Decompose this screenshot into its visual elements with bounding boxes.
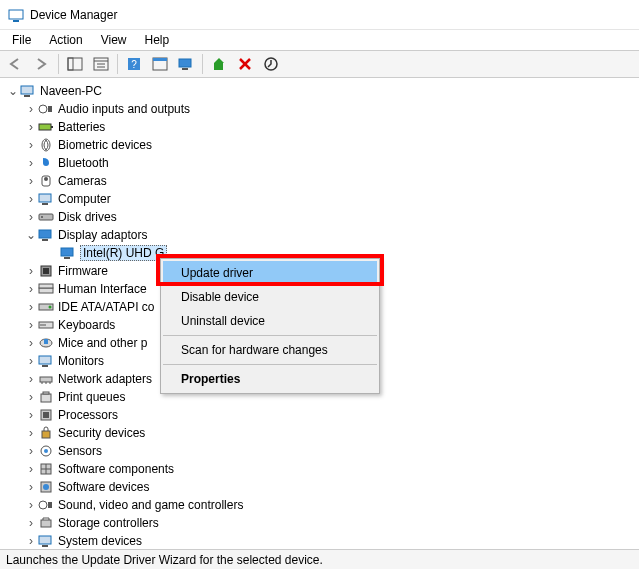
expander-icon[interactable]: › (24, 498, 38, 512)
tree-category[interactable]: ›System devices (4, 532, 639, 549)
tree-category[interactable]: ⌄Display adaptors (4, 226, 639, 244)
ctx-properties[interactable]: Properties (163, 367, 377, 391)
svg-rect-13 (182, 68, 188, 70)
category-label: Storage controllers (58, 516, 159, 530)
expander-icon[interactable]: › (24, 318, 38, 332)
menu-help[interactable]: Help (137, 31, 178, 49)
category-label: Sensors (58, 444, 102, 458)
svg-rect-31 (39, 230, 51, 238)
tree-category[interactable]: ›Cameras (4, 172, 639, 190)
menu-action[interactable]: Action (41, 31, 90, 49)
expander-icon[interactable]: › (24, 138, 38, 152)
tree-category[interactable]: ›Sensors (4, 442, 639, 460)
ctx-uninstall-device[interactable]: Uninstall device (163, 309, 377, 333)
expander-icon[interactable]: › (24, 372, 38, 386)
expander-icon[interactable]: › (24, 192, 38, 206)
svg-rect-47 (39, 356, 51, 364)
tree-root[interactable]: ⌄ Naveen-PC (4, 82, 639, 100)
back-button[interactable] (4, 53, 28, 75)
expander-icon[interactable]: › (24, 354, 38, 368)
expander-icon[interactable]: › (24, 336, 38, 350)
tree-category[interactable]: ›Processors (4, 406, 639, 424)
tree-category[interactable]: ›Software devices (4, 478, 639, 496)
add-legacy-button[interactable] (207, 53, 231, 75)
category-icon (38, 155, 54, 171)
expander-icon[interactable]: › (24, 210, 38, 224)
svg-rect-53 (41, 394, 51, 402)
ctx-disable-device[interactable]: Disable device (163, 285, 377, 309)
tree-category[interactable]: ›Sound, video and game controllers (4, 496, 639, 514)
expander-icon[interactable]: › (24, 102, 38, 116)
update-driver-button[interactable] (259, 53, 283, 75)
expander-icon[interactable]: › (24, 156, 38, 170)
properties-button[interactable] (89, 53, 113, 75)
tree-category[interactable]: ›Batteries (4, 118, 639, 136)
toolbar-separator (202, 54, 203, 74)
expander-icon[interactable]: › (24, 408, 38, 422)
category-icon (38, 263, 54, 279)
svg-rect-23 (51, 126, 53, 128)
tree-category[interactable]: ›Bluetooth (4, 154, 639, 172)
category-label: Processors (58, 408, 118, 422)
ctx-update-driver[interactable]: Update driver (163, 261, 377, 285)
expander-icon[interactable]: › (24, 516, 38, 530)
computer-icon (20, 83, 36, 99)
tree-category[interactable]: ›Storage controllers (4, 514, 639, 532)
expander-icon[interactable]: › (24, 444, 38, 458)
expander-icon[interactable]: › (24, 300, 38, 314)
menu-file[interactable]: File (4, 31, 39, 49)
svg-rect-27 (39, 194, 51, 202)
scan-button[interactable] (174, 53, 198, 75)
toolbar: ? (0, 50, 639, 78)
show-hide-tree-button[interactable] (63, 53, 87, 75)
expander-icon[interactable]: › (24, 282, 38, 296)
menubar: File Action View Help (0, 30, 639, 50)
tree-category[interactable]: ›Biometric devices (4, 136, 639, 154)
ctx-separator (163, 364, 377, 365)
expander-icon[interactable]: › (24, 264, 38, 278)
action-menu-button[interactable] (148, 53, 172, 75)
tree-category[interactable]: ›Software components (4, 460, 639, 478)
category-icon (38, 443, 54, 459)
expander-icon[interactable]: › (24, 426, 38, 440)
svg-rect-68 (39, 536, 51, 544)
category-label: Print queues (58, 390, 125, 404)
forward-button[interactable] (30, 53, 54, 75)
expander-icon[interactable]: › (24, 390, 38, 404)
tree-category[interactable]: ›Audio inputs and outputs (4, 100, 639, 118)
expander-icon[interactable]: ⌄ (24, 228, 38, 242)
expander-icon[interactable]: › (24, 120, 38, 134)
expander-icon[interactable]: › (24, 534, 38, 548)
ctx-separator (163, 335, 377, 336)
ctx-scan-hardware[interactable]: Scan for hardware changes (163, 338, 377, 362)
expander-icon[interactable]: › (24, 174, 38, 188)
expander-icon[interactable]: › (24, 462, 38, 476)
svg-rect-49 (40, 377, 52, 382)
svg-rect-54 (43, 392, 49, 394)
menu-view[interactable]: View (93, 31, 135, 49)
tree-category[interactable]: ›Disk drives (4, 208, 639, 226)
toolbar-separator (117, 54, 118, 74)
uninstall-button[interactable] (233, 53, 257, 75)
category-icon (38, 299, 54, 315)
svg-rect-0 (9, 10, 23, 19)
expander-icon[interactable]: ⌄ (6, 84, 20, 98)
svg-rect-33 (61, 248, 73, 256)
category-label: Cameras (58, 174, 107, 188)
category-icon (38, 137, 54, 153)
tree-category[interactable]: ›Security devices (4, 424, 639, 442)
category-icon (38, 353, 54, 369)
context-menu: Update driver Disable device Uninstall d… (160, 258, 380, 394)
svg-rect-56 (43, 412, 49, 418)
svg-rect-34 (64, 257, 70, 259)
category-icon (38, 281, 54, 297)
category-label: Keyboards (58, 318, 115, 332)
expander-icon[interactable]: › (24, 480, 38, 494)
svg-rect-46 (44, 339, 48, 344)
svg-point-64 (43, 484, 49, 490)
category-icon (38, 515, 54, 531)
help-button[interactable]: ? (122, 53, 146, 75)
tree-category[interactable]: ›Computer (4, 190, 639, 208)
svg-rect-12 (179, 59, 191, 67)
category-icon (38, 407, 54, 423)
